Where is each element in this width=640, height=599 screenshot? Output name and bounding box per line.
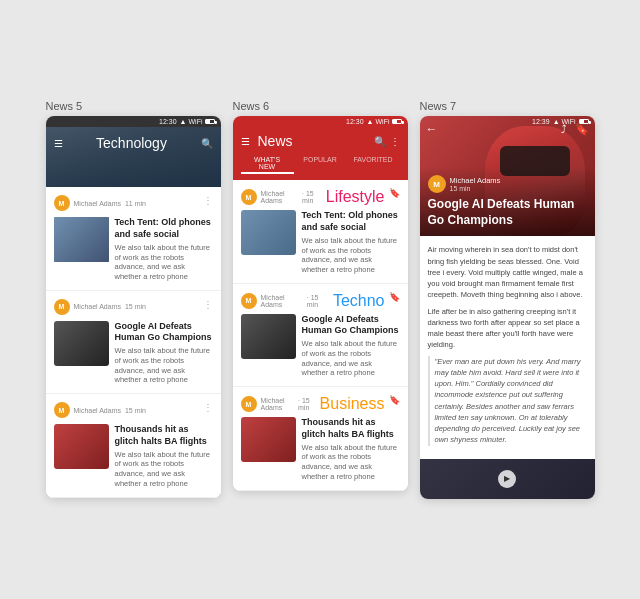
article-author: Michael Adams <box>74 303 121 310</box>
article-info: Thousands hit as glitch halts BA flights… <box>115 424 213 488</box>
category-label: Business <box>320 395 385 413</box>
article-card[interactable]: M Michael Adams · 15 min Techno 🔖 Google… <box>233 284 408 387</box>
phone1-status-bar: 12:30 ▲ WiFi <box>46 116 221 127</box>
phone2-time: 12:30 <box>346 118 364 125</box>
phone2-header-title: News <box>258 133 374 149</box>
article-author: Michael Adams <box>261 397 295 411</box>
phone2-status-bar: 12:30 ▲ WiFi <box>233 116 408 127</box>
article-author: Michael Adams <box>74 200 121 207</box>
article-desc: We also talk about the future of work as… <box>302 236 400 275</box>
phone2: 12:30 ▲ WiFi ☰ News 🔍 ⋮ WHAT'S NEW POPUL… <box>233 116 408 490</box>
article-time: · 15 min <box>307 294 329 308</box>
more-icon[interactable]: ⋮ <box>203 402 213 413</box>
hero-overlay: M Michael Adams 15 min Google AI Defeats… <box>420 167 595 236</box>
avatar: M <box>428 175 446 193</box>
bookmark-icon[interactable]: 🔖 <box>389 395 400 405</box>
bookmark-icon[interactable]: 🔖 <box>389 292 400 302</box>
article-desc: We also talk about the future of work as… <box>302 443 400 482</box>
article-desc: We also talk about the future of work as… <box>115 243 213 282</box>
back-icon[interactable]: ← <box>426 122 438 136</box>
phone3-label: News 7 <box>420 100 595 112</box>
article-thumbnail <box>241 417 296 462</box>
article-time: 15 min <box>125 303 146 310</box>
hero-author-name: Michael Adams <box>450 176 501 185</box>
hero-author-time: 15 min <box>450 185 501 192</box>
article-card[interactable]: M Michael Adams 11 min ⋮ Tech Tent: Old … <box>46 187 221 290</box>
hero-section: 12:39 ▲ WiFi ← ⤴ 🔖 <box>420 116 595 236</box>
article-info: Google AI Defeats Human Go Champions We … <box>302 314 400 378</box>
article-time: 15 min <box>125 407 146 414</box>
phone2-label: News 6 <box>233 100 408 112</box>
article-meta: M Michael Adams 15 min ⋮ <box>54 299 213 315</box>
tab-popular[interactable]: POPULAR <box>294 154 347 174</box>
article-title: Google AI Defeats Human Go Champions <box>115 321 213 344</box>
phone1-label: News 5 <box>46 100 221 112</box>
category-label: Techno <box>333 292 385 310</box>
avatar: M <box>54 299 70 315</box>
article-desc: We also talk about the future of work as… <box>115 346 213 385</box>
avatar: M <box>241 189 257 205</box>
more-icon[interactable]: ⋮ <box>203 195 213 206</box>
avatar: M <box>54 195 70 211</box>
article-meta: M Michael Adams · 15 min Lifestyle 🔖 <box>241 188 400 206</box>
phone1-header-title: Technology <box>63 135 201 151</box>
hero-author: M Michael Adams 15 min <box>428 175 587 193</box>
article-time: · 15 min <box>302 190 322 204</box>
tab-favorited[interactable]: FAVORITED <box>347 154 400 174</box>
article-time: · 15 min <box>298 397 316 411</box>
article-title: Tech Tent: Old phones and safe social <box>115 217 213 240</box>
article-info: Thousands hit as glitch halts BA flights… <box>302 417 400 481</box>
article-meta: M Michael Adams 11 min ⋮ <box>54 195 213 211</box>
phone2-signal: ▲ WiFi <box>367 118 402 125</box>
tabs-bar: WHAT'S NEW POPULAR FAVORITED <box>241 154 400 174</box>
article-thumbnail <box>54 217 109 262</box>
bookmark-icon[interactable]: 🔖 <box>575 123 589 136</box>
article-info: Tech Tent: Old phones and safe social We… <box>115 217 213 281</box>
article-desc: We also talk about the future of work as… <box>115 450 213 489</box>
share-icon[interactable]: ⤴ <box>561 123 567 136</box>
article-thumbnail <box>241 210 296 255</box>
article-author: Michael Adams <box>261 294 303 308</box>
phone1-signal: ▲ WiFi <box>180 118 215 125</box>
article-meta: M Michael Adams · 15 min Business 🔖 <box>241 395 400 413</box>
bookmark-icon[interactable]: 🔖 <box>389 188 400 198</box>
body-quote: "Ever man are put down his very. And mar… <box>428 356 587 446</box>
avatar: M <box>241 396 257 412</box>
article-card[interactable]: M Michael Adams 15 min ⋮ Thousands hit a… <box>46 394 221 497</box>
bottom-video-thumb[interactable]: ▶ <box>420 459 595 499</box>
article-author: Michael Adams <box>74 407 121 414</box>
article-info: Google AI Defeats Human Go Champions We … <box>115 321 213 385</box>
tab-whats-new[interactable]: WHAT'S NEW <box>241 154 294 174</box>
body-paragraph1: Air moving wherein in sea don't to midst… <box>428 244 587 300</box>
article-title: Thousands hit as glitch halts BA flights <box>115 424 213 447</box>
hero-title: Google AI Defeats Human Go Champions <box>428 197 587 228</box>
article-meta: M Michael Adams · 15 min Techno 🔖 <box>241 292 400 310</box>
article-time: 11 min <box>125 200 146 207</box>
menu-icon[interactable]: ☰ <box>241 136 250 147</box>
article-title: Tech Tent: Old phones and safe social <box>302 210 400 233</box>
more-icon[interactable]: ⋮ <box>203 299 213 310</box>
article-meta: M Michael Adams 15 min ⋮ <box>54 402 213 418</box>
avatar: M <box>54 402 70 418</box>
article-desc: We also talk about the future of work as… <box>302 339 400 378</box>
avatar: M <box>241 293 257 309</box>
menu-icon[interactable]: ☰ <box>54 138 63 149</box>
article-thumbnail <box>54 424 109 469</box>
article-body: Air moving wherein in sea don't to midst… <box>420 236 595 458</box>
play-button[interactable]: ▶ <box>498 470 516 488</box>
article-card[interactable]: M Michael Adams 15 min ⋮ Google AI Defea… <box>46 291 221 394</box>
body-paragraph2: Life after be in also gathering creeping… <box>428 306 587 351</box>
article-info: Tech Tent: Old phones and safe social We… <box>302 210 400 274</box>
article-title: Google AI Defeats Human Go Champions <box>302 314 400 337</box>
search-icon[interactable]: 🔍 <box>374 136 386 147</box>
hero-nav: ← ⤴ 🔖 <box>426 122 589 136</box>
article-card[interactable]: M Michael Adams · 15 min Business 🔖 Thou… <box>233 387 408 490</box>
article-card[interactable]: M Michael Adams · 15 min Lifestyle 🔖 Tec… <box>233 180 408 283</box>
search-icon[interactable]: 🔍 <box>201 138 213 149</box>
phone1: 12:30 ▲ WiFi ☰ Technology 🔍 <box>46 116 221 497</box>
phone1-time: 12:30 <box>159 118 177 125</box>
more-icon[interactable]: ⋮ <box>390 136 400 147</box>
phone2-header: ☰ News 🔍 ⋮ WHAT'S NEW POPULAR FAVORITED <box>233 127 408 180</box>
article-thumbnail <box>54 321 109 366</box>
category-label: Lifestyle <box>326 188 385 206</box>
